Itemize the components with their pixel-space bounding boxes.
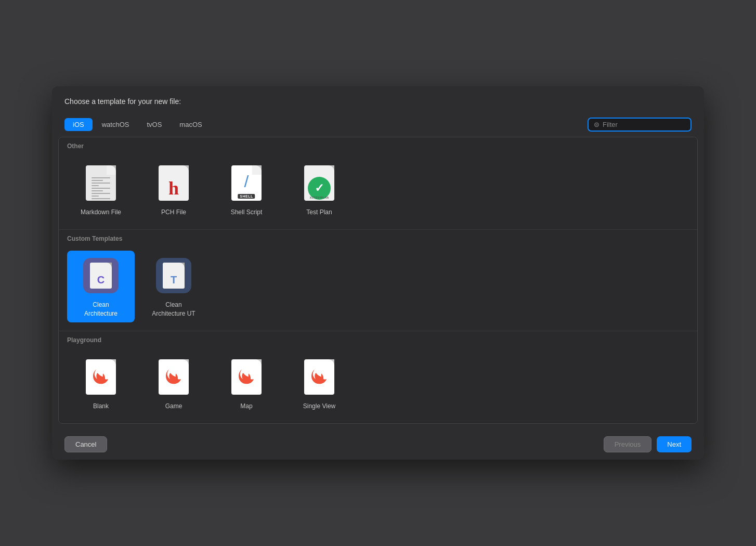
dialog-header: Choose a template for your new file: — [52, 86, 704, 113]
footer-left: Cancel — [64, 436, 107, 452]
item-label-markdown: Markdown File — [81, 208, 121, 217]
content-area: Other — [58, 137, 698, 423]
testplan-icon: XCTESTPLAN — [298, 162, 340, 204]
item-label-testplan: Test Plan — [306, 208, 332, 217]
section-playground: Playground Blank — [59, 331, 697, 423]
tab-watchos[interactable]: watchOS — [94, 118, 138, 131]
section-items-other: Markdown File h PCH File — [59, 153, 697, 229]
template-item-blank[interactable]: Blank — [67, 352, 135, 415]
item-label-game: Game — [165, 402, 183, 411]
item-label-singleview: Single View — [303, 402, 335, 411]
section-header-playground: Playground — [59, 331, 697, 347]
item-label-shell: Shell Script — [231, 208, 263, 217]
template-item-map[interactable]: Map — [213, 352, 280, 415]
item-label-blank: Blank — [93, 402, 109, 411]
template-item-markdown[interactable]: Markdown File — [67, 158, 135, 221]
template-dialog: Choose a template for your new file: iOS… — [52, 86, 704, 459]
blank-swift-icon — [80, 356, 122, 398]
template-item-shell[interactable]: / SHELL Shell Script — [213, 158, 280, 221]
pch-icon: h — [153, 162, 194, 204]
filter-box: ⊜ — [588, 118, 692, 132]
template-item-singleview[interactable]: Single View — [285, 352, 353, 415]
section-other: Other — [59, 137, 697, 230]
item-label-clean-arch: CleanArchitecture — [84, 301, 118, 318]
shell-icon: / SHELL — [226, 162, 267, 204]
previous-button[interactable]: Previous — [604, 436, 652, 452]
section-header-other: Other — [59, 137, 697, 153]
tab-tvos[interactable]: tvOS — [138, 118, 170, 131]
item-label-map: Map — [240, 402, 252, 411]
section-header-custom: Custom Templates — [59, 230, 697, 245]
tab-ios[interactable]: iOS — [64, 118, 93, 131]
game-swift-icon — [153, 356, 194, 398]
clean-arch-icon: C — [80, 255, 122, 296]
section-items-custom: C CleanArchitecture — [59, 245, 697, 331]
item-label-pch: PCH File — [161, 208, 186, 217]
singleview-swift-icon — [298, 356, 340, 398]
markdown-icon — [80, 162, 122, 204]
template-item-pch[interactable]: h PCH File — [140, 158, 207, 221]
filter-input[interactable] — [603, 121, 685, 128]
dialog-title: Choose a template for your new file: — [64, 97, 181, 106]
map-swift-icon — [226, 356, 267, 398]
template-item-game[interactable]: Game — [140, 352, 207, 415]
tab-macos[interactable]: macOS — [171, 118, 210, 131]
section-items-playground: Blank Game — [59, 347, 697, 423]
section-custom: Custom Templates C — [59, 230, 697, 331]
clean-arch-ut-icon: T — [153, 255, 194, 296]
cancel-button[interactable]: Cancel — [64, 436, 107, 452]
tab-bar-left: iOS watchOS tvOS macOS — [64, 118, 588, 131]
item-label-clean-arch-ut: CleanArchitecture UT — [152, 301, 195, 318]
template-item-clean-arch[interactable]: C CleanArchitecture — [67, 251, 135, 322]
template-item-clean-arch-ut[interactable]: T CleanArchitecture UT — [140, 251, 207, 322]
dialog-footer: Cancel Previous Next — [52, 429, 704, 460]
tab-bar: iOS watchOS tvOS macOS ⊜ — [52, 113, 704, 132]
footer-right: Previous Next — [604, 436, 692, 452]
template-item-testplan[interactable]: XCTESTPLAN Test Plan — [285, 158, 353, 221]
filter-icon: ⊜ — [594, 121, 599, 128]
next-button[interactable]: Next — [657, 436, 692, 452]
